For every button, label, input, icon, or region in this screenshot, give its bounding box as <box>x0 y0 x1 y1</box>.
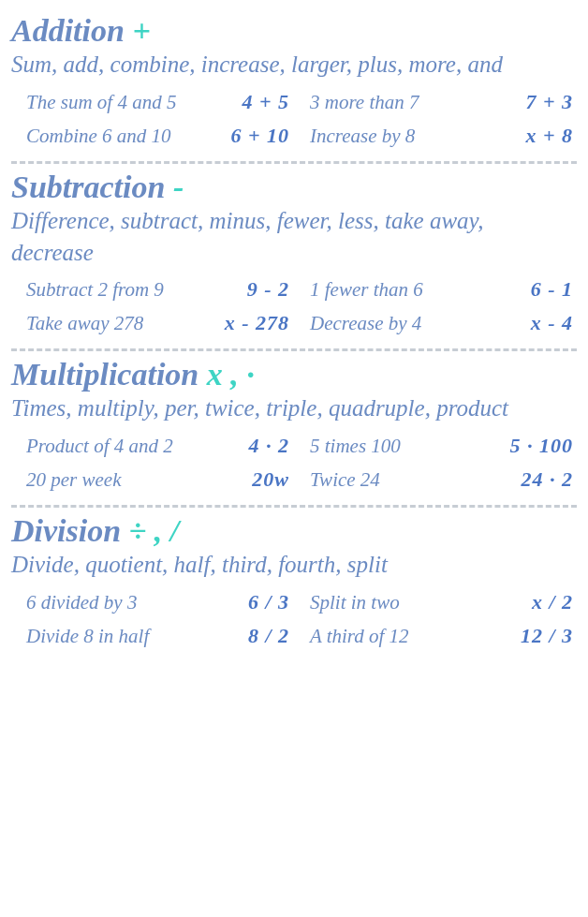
example-item: Subtract 2 from 99 - 2 <box>26 277 293 302</box>
example-expression: x + 8 <box>525 124 577 148</box>
example-phrase: 5 times 100 <box>310 435 401 458</box>
examples-grid: Subtract 2 from 99 - 21 fewer than 66 - … <box>11 277 577 335</box>
example-item: Split in twox / 2 <box>310 590 577 614</box>
section-description: Divide, quotient, half, third, fourth, s… <box>11 549 536 581</box>
title-text: Addition <box>11 13 125 48</box>
example-item: Twice 2424 · 2 <box>310 467 577 492</box>
example-item: The sum of 4 and 54 + 5 <box>26 90 293 114</box>
example-phrase: Take away 278 <box>26 312 143 335</box>
example-expression: 4 + 5 <box>242 90 293 114</box>
example-expression: x - 278 <box>225 311 293 335</box>
example-expression: 4 · 2 <box>249 434 294 458</box>
example-expression: 20w <box>252 467 293 492</box>
title-text: Division <box>11 513 121 548</box>
example-phrase: Decrease by 4 <box>310 312 421 335</box>
examples-grid: Product of 4 and 24 · 25 times 1005 · 10… <box>11 434 577 492</box>
example-expression: 6 + 10 <box>230 124 293 148</box>
example-phrase: Divide 8 in half <box>26 625 149 648</box>
example-phrase: 3 more than 7 <box>310 91 419 114</box>
example-item: Increase by 8x + 8 <box>310 124 577 148</box>
section-description: Times, multiply, per, twice, triple, qua… <box>11 392 536 424</box>
example-phrase: Split in two <box>310 591 400 614</box>
example-phrase: Twice 24 <box>310 468 380 492</box>
example-item: Decrease by 4x - 4 <box>310 311 577 335</box>
section-multiplication: Multiplication x , ·Times, multiply, per… <box>11 351 577 505</box>
section-description: Difference, subtract, minus, fewer, less… <box>11 205 536 269</box>
example-phrase: The sum of 4 and 5 <box>26 91 176 114</box>
example-item: Divide 8 in half8 / 2 <box>26 624 293 648</box>
example-expression: 5 · 100 <box>510 434 578 458</box>
operation-symbol: ÷ , / <box>129 513 180 548</box>
example-expression: 8 / 2 <box>248 624 293 648</box>
section-subtraction: Subtraction -Difference, subtract, minus… <box>11 164 577 349</box>
section-description: Sum, add, combine, increase, larger, plu… <box>11 49 536 81</box>
example-phrase: Subtract 2 from 9 <box>26 278 164 302</box>
example-item: Combine 6 and 106 + 10 <box>26 124 293 148</box>
example-expression: x / 2 <box>532 590 577 614</box>
section-title: Division ÷ , / <box>11 513 577 549</box>
example-item: 3 more than 77 + 3 <box>310 90 577 114</box>
example-expression: x - 4 <box>531 311 577 335</box>
example-item: 20 per week20w <box>26 467 293 492</box>
example-item: Product of 4 and 24 · 2 <box>26 434 293 458</box>
example-item: A third of 1212 / 3 <box>310 624 577 648</box>
operation-symbol: - <box>173 170 184 204</box>
examples-grid: The sum of 4 and 54 + 53 more than 77 + … <box>11 90 577 148</box>
title-text: Multiplication <box>11 357 198 392</box>
example-phrase: Product of 4 and 2 <box>26 435 173 458</box>
examples-grid: 6 divided by 36 / 3Split in twox / 2Divi… <box>11 590 577 648</box>
example-item: 5 times 1005 · 100 <box>310 434 577 458</box>
section-addition: Addition +Sum, add, combine, increase, l… <box>11 7 577 161</box>
section-title: Addition + <box>11 13 577 49</box>
example-phrase: 6 divided by 3 <box>26 591 137 614</box>
example-phrase: 1 fewer than 6 <box>310 278 423 302</box>
example-phrase: Increase by 8 <box>310 125 415 148</box>
title-text: Subtraction <box>11 170 165 204</box>
example-item: Take away 278x - 278 <box>26 311 293 335</box>
example-item: 6 divided by 36 / 3 <box>26 590 293 614</box>
example-expression: 6 - 1 <box>531 277 577 302</box>
example-item: 1 fewer than 66 - 1 <box>310 277 577 302</box>
operation-symbol: + <box>132 13 150 48</box>
operation-symbol: x , · <box>207 357 255 392</box>
section-title: Subtraction - <box>11 170 577 205</box>
example-expression: 24 · 2 <box>522 467 578 492</box>
example-expression: 9 - 2 <box>247 277 293 302</box>
example-phrase: Combine 6 and 10 <box>26 125 171 148</box>
section-title: Multiplication x , · <box>11 357 577 392</box>
example-phrase: 20 per week <box>26 468 121 492</box>
section-division: Division ÷ , /Divide, quotient, half, th… <box>11 508 577 661</box>
example-expression: 6 / 3 <box>248 590 293 614</box>
example-expression: 12 / 3 <box>521 624 577 648</box>
example-phrase: A third of 12 <box>310 625 409 648</box>
example-expression: 7 + 3 <box>525 90 577 114</box>
